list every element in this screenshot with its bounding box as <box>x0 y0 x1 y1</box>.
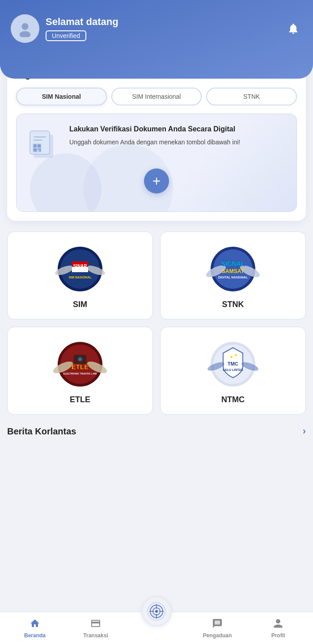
svg-rect-11 <box>39 148 41 152</box>
transaksi-label: Transaksi <box>83 632 108 639</box>
add-document-button[interactable]: + <box>144 168 169 194</box>
etle-label: ETLE <box>70 395 90 404</box>
ntmc-logo: ★ ★ TMC LALU LINTAS <box>206 340 260 389</box>
nav-pengaduan[interactable]: Pengaduan <box>187 612 248 644</box>
berita-title: Berita Korlantas <box>7 426 76 437</box>
greeting-text: Selamat datang <box>46 16 118 28</box>
berita-chevron[interactable]: › <box>303 425 306 437</box>
verify-illustration <box>25 125 61 160</box>
tab-sim-nasional[interactable]: SIM Nasional <box>16 88 107 105</box>
svg-text:SIGNAL: SIGNAL <box>221 260 245 267</box>
etle-badge-icon: ETLE ELECTRONIC TRAFFIC LAW <box>53 340 107 389</box>
svg-text:ETLE: ETLE <box>72 363 89 370</box>
svg-text:★: ★ <box>234 353 238 358</box>
svg-rect-9 <box>34 148 37 152</box>
svg-text:SINAR: SINAR <box>73 264 87 269</box>
bell-icon <box>287 22 300 35</box>
service-card-stnk[interactable]: SIGNAL SAMSAT DIGITAL NASIONAL STNK <box>160 232 306 320</box>
pengaduan-icon <box>212 618 223 631</box>
korlantas-fab[interactable] <box>141 596 172 627</box>
stnk-logo: SIGNAL SAMSAT DIGITAL NASIONAL <box>206 244 260 294</box>
verify-description: Unggah dokumen Anda dengan menekan tombo… <box>69 138 240 147</box>
svg-rect-10 <box>38 148 39 150</box>
status-badge[interactable]: Unverified <box>46 30 86 41</box>
svg-point-0 <box>21 23 28 30</box>
bottom-navigation: Beranda Transaksi <box>0 612 313 644</box>
avatar[interactable] <box>11 14 39 43</box>
ntmc-badge-icon: ★ ★ TMC LALU LINTAS <box>206 340 260 389</box>
digital-id-tabs: SIM Nasional SIM Internasional STNK <box>16 88 297 105</box>
notification-bell[interactable] <box>284 20 302 38</box>
svg-text:TMC: TMC <box>228 361 238 366</box>
nav-beranda[interactable]: Beranda <box>4 612 65 644</box>
svg-rect-7 <box>34 144 37 147</box>
service-card-sim[interactable]: SINAR SIM NASIONAL SIM <box>7 232 153 320</box>
nav-transaksi[interactable]: Transaksi <box>65 612 126 644</box>
svg-text:★: ★ <box>229 354 233 359</box>
berita-section-header: Berita Korlantas › <box>7 425 306 437</box>
sim-logo: SINAR SIM NASIONAL <box>53 244 107 294</box>
svg-text:SAMSAT: SAMSAT <box>222 268 244 274</box>
svg-rect-8 <box>38 144 41 147</box>
svg-point-34 <box>79 358 81 361</box>
beranda-label: Beranda <box>24 632 46 639</box>
sim-label: SIM <box>73 300 87 309</box>
profil-icon <box>273 618 283 631</box>
avatar-icon <box>17 20 34 37</box>
ntmc-label: NTMC <box>221 395 245 404</box>
profil-label: Profil <box>271 632 285 639</box>
nav-profil[interactable]: Profil <box>248 612 309 644</box>
digital-id-section: Digital ID › SIM Nasional SIM Internasio… <box>7 61 306 221</box>
svg-text:ELECTRONIC TRAFFIC LAW: ELECTRONIC TRAFFIC LAW <box>63 372 97 375</box>
sim-badge-icon: SINAR SIM NASIONAL <box>53 244 107 294</box>
stnk-label: STNK <box>222 300 244 309</box>
verify-card: Lakukan Verifikasi Dokumen Anda Secara D… <box>16 114 297 212</box>
svg-text:LALU LINTAS: LALU LINTAS <box>223 368 243 371</box>
transaksi-icon <box>90 618 101 631</box>
svg-text:SIM NASIONAL: SIM NASIONAL <box>69 276 92 279</box>
verify-title: Lakukan Verifikasi Dokumen Anda Secara D… <box>69 125 240 134</box>
home-icon <box>30 618 40 631</box>
service-grid: SINAR SIM NASIONAL SIM SIGNAL SAMSAT DIG… <box>7 232 306 415</box>
svg-rect-5 <box>34 139 42 141</box>
pengaduan-label: Pengaduan <box>203 632 232 639</box>
korlantas-logo-icon <box>147 602 166 621</box>
stnk-badge-icon: SIGNAL SAMSAT DIGITAL NASIONAL <box>206 244 260 294</box>
svg-rect-4 <box>34 136 46 138</box>
service-card-ntmc[interactable]: ★ ★ TMC LALU LINTAS NTMC <box>160 327 306 415</box>
etle-logo: ETLE ELECTRONIC TRAFFIC LAW <box>53 340 107 389</box>
tab-sim-internasional[interactable]: SIM Internasional <box>111 88 202 105</box>
tab-stnk[interactable]: STNK <box>206 88 297 105</box>
svg-text:DIGITAL NASIONAL: DIGITAL NASIONAL <box>218 276 248 279</box>
svg-point-48 <box>155 610 158 613</box>
app-header: Selamat datang Unverified <box>0 0 313 79</box>
service-card-etle[interactable]: ETLE ELECTRONIC TRAFFIC LAW ETLE <box>7 327 153 415</box>
document-icon <box>25 125 61 160</box>
svg-point-1 <box>20 31 31 37</box>
